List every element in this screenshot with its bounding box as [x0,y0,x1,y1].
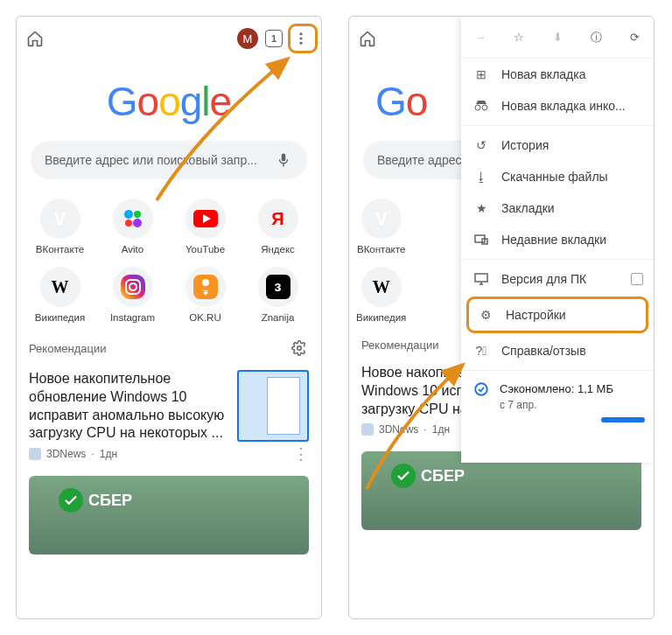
shortcut-wikipedia[interactable]: WВикипедия [24,267,96,323]
svg-rect-15 [475,274,487,282]
news-title: Новое накопительное обновление Windows 1… [29,370,228,443]
recommendations-header: Рекомендации [17,323,321,365]
svg-point-0 [300,32,303,35]
gear-icon[interactable] [290,338,309,358]
overflow-menu: → ☆ ⬇ ⓘ ⟳ ⊞Новая вкладка Новая вкладка и… [461,17,654,463]
search-placeholder: Введите адрес или поисковый запр... [45,153,274,167]
monitor-icon [473,273,489,285]
sber-logo-icon [391,464,416,488]
menu-bookmarks[interactable]: ★Закладки [461,192,654,224]
mic-icon[interactable] [274,150,293,170]
phone-right: Go Введите адрес или поисковый запр... V… [348,16,654,619]
svg-point-6 [125,220,132,227]
menu-toolbar: → ☆ ⬇ ⓘ ⟳ [461,17,654,59]
shortcut-wikipedia[interactable]: WВикипедия [356,267,406,323]
shortcut-znanija[interactable]: зZnanija [242,267,314,323]
news-age: 1дн [432,423,450,436]
svg-rect-3 [283,164,284,167]
phone-left: M 1 Google Введите адрес или поисковый з… [16,16,322,619]
shortcut-vkontakte[interactable]: VВКонтакте [24,199,96,255]
news-source: 3DNews [379,423,418,436]
topbar: M 1 [17,17,321,60]
profile-avatar[interactable]: M [237,28,258,49]
menu-help[interactable]: ?⃝Справка/отзыв [461,335,654,366]
search-bar[interactable]: Введите адрес или поисковый запр... [31,141,307,179]
incognito-icon [473,101,489,111]
menu-incognito[interactable]: Новая вкладка инко... [461,90,654,122]
bookmark-star-icon[interactable]: ☆ [509,28,528,47]
menu-desktop-site[interactable]: Версия для ПК [461,263,654,295]
gear-icon: ⚙ [478,308,494,322]
svg-point-12 [482,105,487,110]
menu-settings[interactable]: ⚙Настройки [466,297,648,333]
plus-icon: ⊞ [473,67,489,81]
shortcut-yandex[interactable]: ЯЯндекс [242,199,314,255]
menu-history[interactable]: ↺История [461,129,654,161]
sber-card[interactable]: СБЕР [29,476,309,555]
menu-new-tab[interactable]: ⊞Новая вкладка [461,59,654,90]
download-icon[interactable]: ⬇ [548,28,567,47]
shortcut-youtube[interactable]: YouTube [169,199,242,255]
news-age: 1дн [100,448,117,460]
tab-switcher[interactable]: 1 [265,30,283,47]
svg-point-11 [475,105,480,110]
tutorial-arrow [148,52,305,212]
shortcuts-grid: VВКонтакте Avito YouTube ЯЯндекс WВикипе… [17,199,321,323]
svg-point-4 [124,210,133,219]
google-logo: Google [17,78,321,125]
overflow-menu-button[interactable] [290,27,312,50]
desktop-checkbox[interactable] [631,273,643,285]
shortcut-avito[interactable]: Avito [96,199,169,255]
svg-point-7 [133,219,142,227]
sber-card[interactable]: СБЕР [361,451,641,530]
menu-downloads[interactable]: ⭳Скачанные файлы [461,161,654,192]
news-card[interactable]: Новое накопительное обновление Windows 1… [17,365,321,469]
svg-point-9 [202,279,209,286]
sber-logo-icon [59,488,83,513]
menu-recent-tabs[interactable]: Недавние вкладки [461,224,654,255]
news-thumbnail [237,370,309,442]
history-icon: ↺ [473,138,489,152]
star-filled-icon: ★ [473,201,489,215]
devices-icon [473,234,489,245]
card-menu-icon[interactable]: ⋮ [293,451,309,457]
source-icon [29,448,41,460]
forward-icon[interactable]: → [471,28,490,47]
download-check-icon: ⭳ [473,170,489,184]
home-icon[interactable] [358,29,377,48]
reload-icon[interactable]: ⟳ [625,28,644,47]
shortcut-vkontakte[interactable]: VВКонтакте [356,199,406,255]
shortcut-instagram[interactable]: Instagram [96,267,169,323]
source-icon [361,423,374,436]
svg-point-1 [300,38,303,40]
shortcut-ok-ru[interactable]: OK.RU [169,267,242,323]
help-icon: ?⃝ [473,344,489,358]
svg-point-5 [134,211,141,218]
svg-point-2 [300,42,303,45]
news-source: 3DNews [46,448,86,460]
svg-point-10 [298,346,302,351]
home-icon[interactable] [25,29,45,48]
data-saver-icon [473,381,489,400]
info-icon[interactable]: ⓘ [586,28,606,47]
data-saver-info[interactable]: Сэкономлено: 1,1 МБ с 7 апр. [461,374,654,415]
data-saver-bar [601,417,645,422]
